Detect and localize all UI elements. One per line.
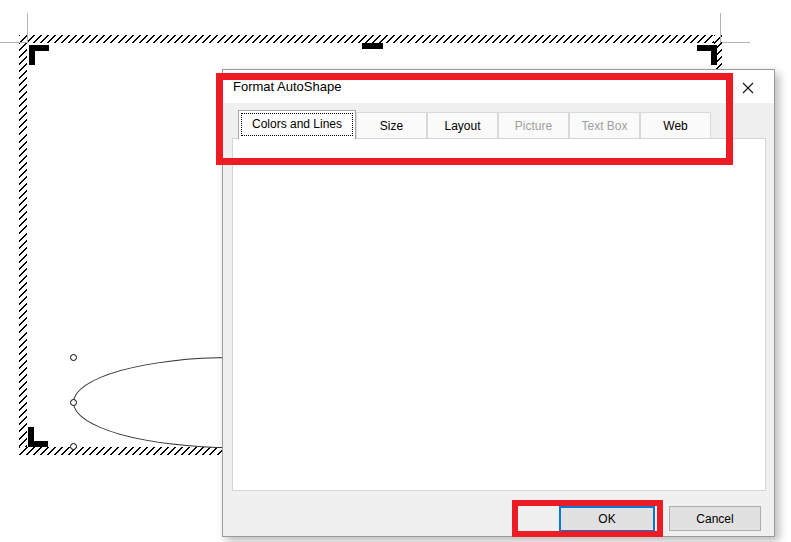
canvas-border-top [19,35,722,43]
margin-mark-top-left-vertical [27,13,28,43]
tab-web[interactable]: Web [640,112,711,138]
close-icon [741,81,755,95]
tab-page-panel [232,138,766,491]
tab-picture: Picture [498,112,569,138]
shape-handle-bottom-left[interactable] [70,443,77,450]
margin-mark-top-right-vertical [720,13,721,43]
tab-layout[interactable]: Layout [427,112,498,138]
canvas-border-left [19,35,27,455]
cancel-button[interactable]: Cancel [669,506,761,531]
canvas-handle-top-center[interactable] [362,43,383,49]
shape-handle-top-left[interactable] [70,354,77,361]
margin-mark-top-left-horizontal [0,42,27,43]
tab-strip: Colors and Lines Size Layout Picture Tex… [238,112,711,138]
tab-text-box: Text Box [569,112,640,138]
margin-mark-top-right-horizontal [722,42,750,43]
close-button[interactable] [735,77,761,99]
dialog-title: Format AutoShape [233,79,341,94]
canvas-handle-bottom-left[interactable] [28,441,48,447]
ok-button[interactable]: OK [559,506,655,532]
shape-handle-middle-left[interactable] [70,399,77,406]
tab-colors-and-lines[interactable]: Colors and Lines [238,110,356,139]
tab-size[interactable]: Size [356,112,427,138]
canvas-handle-top-left-arm [29,45,35,65]
canvas-handle-top-right-arm [711,45,717,65]
dialog-titlebar: Format AutoShape [223,70,774,103]
format-autoshape-dialog: Format AutoShape Colors and Lines Size L… [222,69,775,537]
word-document-screen: Format AutoShape Colors and Lines Size L… [0,0,791,542]
